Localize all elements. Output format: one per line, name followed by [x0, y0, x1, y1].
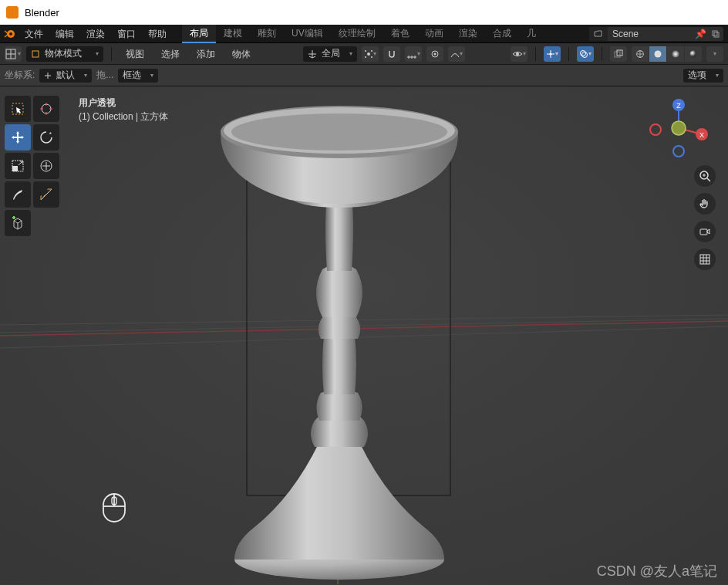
tool-cursor[interactable] [33, 96, 59, 122]
window-title: Blender [25, 7, 59, 19]
workspace-shading[interactable]: 着色 [383, 25, 417, 43]
options-dropdown[interactable]: 选项 ▾ [683, 69, 723, 83]
tool-transform[interactable] [33, 153, 59, 179]
svg-point-18 [433, 52, 436, 55]
workspace-composite[interactable]: 合成 [485, 25, 519, 43]
svg-point-42 [231, 113, 447, 150]
svg-point-21 [581, 50, 586, 56]
scene-pin-icon[interactable]: 📌 [693, 27, 708, 41]
viewport-header: ▾ 物体模式 ▾ 视图 选择 添加 物体 全局 ▾ ▾ ▾ ▾ ▾ ▾ ▾ [0, 43, 728, 65]
main-menu: 文件 编辑 渲染 窗口 帮助 [19, 25, 173, 43]
shading-options-icon[interactable]: ▾ [706, 46, 723, 62]
svg-point-27 [672, 50, 679, 57]
snap-toggle[interactable] [383, 46, 400, 62]
svg-text:X: X [699, 131, 704, 139]
menu-object[interactable]: 物体 [226, 43, 257, 65]
workspace-layout[interactable]: 布局 [182, 25, 216, 43]
perspective-toggle-icon[interactable] [694, 249, 716, 270]
orientation-dropdown[interactable]: 全局 ▾ [303, 46, 357, 62]
workspace-geo[interactable]: 几 [519, 25, 544, 43]
svg-rect-66 [700, 229, 707, 235]
svg-rect-2 [713, 31, 717, 36]
proportional-edit-icon[interactable] [426, 46, 443, 62]
proportional-falloff-icon[interactable]: ▾ [448, 46, 465, 62]
shading-wire-icon[interactable] [632, 46, 649, 62]
box-select-dropdown[interactable]: 框选 ▾ [118, 69, 158, 83]
svg-point-20 [550, 52, 552, 55]
topbar: 文件 编辑 渲染 窗口 帮助 布局 建模 雕刻 UV编辑 纹理绘制 着色 动画 … [0, 25, 728, 43]
snap-target-icon[interactable]: ▾ [405, 46, 422, 62]
workspace-anim[interactable]: 动画 [417, 25, 451, 43]
svg-point-11 [365, 56, 366, 58]
svg-point-59 [673, 146, 684, 157]
pivot-icon[interactable]: ▾ [362, 46, 379, 62]
overlay-toggle[interactable]: ▾ [577, 46, 594, 62]
coord-label: 坐标系: [5, 69, 35, 82]
gizmo-toggle[interactable]: ▾ [544, 46, 561, 62]
viewport-side-buttons [694, 165, 716, 270]
transform-icon [44, 72, 52, 79]
object-mode-icon [31, 49, 40, 59]
workspace-rendering[interactable]: 渲染 [451, 25, 485, 43]
watermark: CSDN @友人a笔记 [597, 562, 717, 580]
coord-system-dropdown[interactable]: 默认 ▾ [39, 69, 92, 83]
menu-help[interactable]: 帮助 [142, 25, 173, 43]
tool-move[interactable] [5, 124, 31, 150]
menu-render[interactable]: 渲染 [80, 25, 111, 43]
svg-point-26 [655, 50, 662, 57]
zoom-icon[interactable] [694, 165, 716, 187]
menu-add[interactable]: 添加 [190, 43, 221, 65]
menu-file[interactable]: 文件 [19, 25, 49, 43]
blender-logo-icon [6, 6, 19, 19]
workspace-tabs: 布局 建模 雕刻 UV编辑 纹理绘制 着色 动画 渲染 合成 几 [182, 25, 544, 43]
orientation-icon [308, 49, 317, 59]
blender-icon [0, 25, 19, 43]
menu-edit[interactable]: 编辑 [49, 25, 80, 43]
svg-rect-3 [714, 32, 719, 37]
menu-window[interactable]: 窗口 [111, 25, 142, 43]
mode-dropdown[interactable]: 物体模式 ▾ [26, 46, 103, 62]
svg-point-19 [516, 52, 519, 56]
svg-point-28 [690, 50, 697, 57]
tool-select-box[interactable] [5, 96, 31, 122]
workspace-uv[interactable]: UV编辑 [284, 25, 331, 43]
svg-point-8 [367, 52, 370, 56]
workspace-modeling[interactable]: 建模 [216, 25, 250, 43]
tool-scale[interactable] [5, 153, 31, 179]
svg-point-9 [365, 50, 366, 52]
nav-gizmo[interactable]: X Z [648, 97, 709, 159]
viewport-overlay-text: 用户透视 (1) Collection | 立方体 [79, 96, 168, 123]
scene-browse-icon[interactable] [589, 27, 608, 41]
svg-rect-49 [12, 166, 18, 171]
shading-solid-icon[interactable] [649, 46, 666, 62]
workspace-sculpt[interactable]: 雕刻 [250, 25, 284, 43]
tool-measure[interactable] [33, 181, 59, 208]
svg-rect-7 [32, 51, 39, 57]
toolbar [5, 96, 59, 236]
workspace-texpaint[interactable]: 纹理绘制 [331, 25, 383, 43]
shading-matprev-icon[interactable] [667, 46, 684, 62]
editor-type-icon[interactable]: ▾ [5, 46, 22, 62]
tool-annotate[interactable] [5, 181, 31, 208]
tool-add-cube[interactable] [5, 210, 31, 236]
xray-toggle[interactable] [610, 46, 627, 62]
svg-rect-67 [700, 255, 709, 264]
svg-point-22 [582, 52, 588, 57]
scene-name-input[interactable] [608, 29, 693, 39]
camera-view-icon[interactable] [694, 221, 716, 242]
menu-view[interactable]: 视图 [120, 43, 150, 65]
visibility-icon[interactable]: ▾ [511, 46, 527, 62]
shading-modes [632, 46, 702, 62]
tool-rotate[interactable] [33, 124, 59, 150]
pan-icon[interactable] [694, 193, 716, 215]
svg-point-10 [371, 50, 372, 52]
tool-settings-bar: 坐标系: 默认 ▾ 拖... 框选 ▾ 选项 ▾ [0, 65, 728, 86]
shading-rendered-icon[interactable] [685, 46, 702, 62]
menu-select[interactable]: 选择 [155, 43, 186, 65]
drag-label: 拖... [96, 69, 113, 82]
scene-selector[interactable]: 📌 [589, 27, 723, 41]
svg-point-58 [650, 124, 661, 135]
3d-viewport[interactable]: 用户透视 (1) Collection | 立方体 [0, 86, 728, 585]
scene-new-icon[interactable] [708, 27, 723, 41]
mouse-hint-icon [99, 491, 130, 525]
